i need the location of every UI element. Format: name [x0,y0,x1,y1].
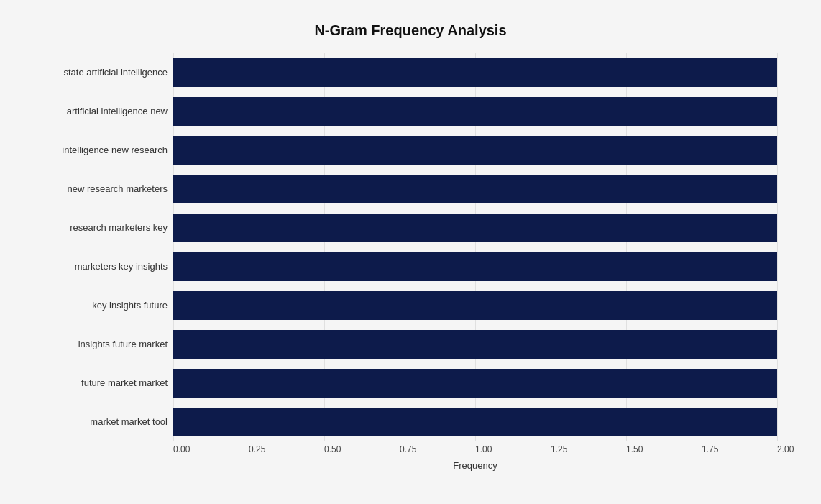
bar-label: future market market [29,377,168,388]
x-axis: 0.000.250.500.751.001.251.501.752.00 Fre… [173,444,777,473]
bar-background [173,136,777,165]
bar-background [173,330,777,359]
x-axis-label: Frequency [173,460,777,471]
bar-fill [173,291,777,320]
bar-background [173,252,777,281]
bar-label: key insights future [29,300,168,311]
bar-label: state artificial intelligence [29,67,168,78]
bar-fill [173,330,777,359]
bar-row: insights future market [173,325,777,364]
bar-background [173,291,777,320]
bar-label: insights future market [29,339,168,349]
bar-row: state artificial intelligence [173,53,777,92]
bar-fill [173,136,777,165]
bar-row: research marketers key [173,209,777,247]
bar-fill [173,58,777,87]
bar-row: future market market [173,364,777,403]
bar-fill [173,97,777,126]
bar-fill [173,214,777,242]
bar-row: key insights future [173,286,777,325]
bar-fill [173,408,777,436]
bar-background [173,97,777,126]
bar-row: marketers key insights [173,247,777,286]
bar-row: intelligence new research [173,131,777,170]
bar-label: marketers key insights [29,261,168,272]
bar-fill [173,175,777,203]
bar-background [173,58,777,87]
bar-label: artificial intelligence new [29,106,168,116]
bar-background [173,408,777,436]
bar-background [173,369,777,398]
bar-label: research marketers key [29,222,168,233]
bar-row: new research marketers [173,170,777,209]
bar-fill [173,369,777,398]
chart-area: state artificial intelligenceartificial … [173,53,777,441]
chart-title: N-Gram Frequency Analysis [29,22,792,39]
bar-label: market market tool [29,416,168,427]
bar-label: intelligence new research [29,145,168,155]
bar-label: new research marketers [29,183,168,194]
bar-fill [173,252,777,281]
bar-background [173,175,777,203]
bar-row: artificial intelligence new [173,92,777,131]
grid-line [777,53,778,441]
bar-row: market market tool [173,403,777,441]
bar-background [173,214,777,242]
chart-container: N-Gram Frequency Analysis state artifici… [15,8,806,497]
